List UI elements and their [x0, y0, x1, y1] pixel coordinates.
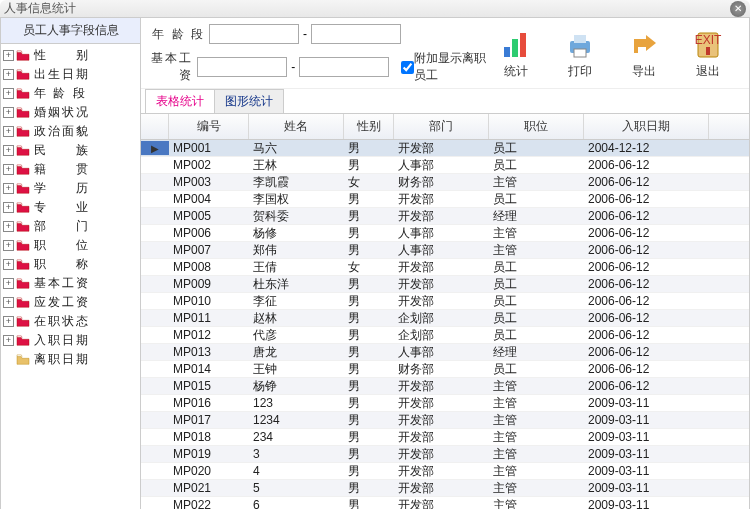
tree-item[interactable]: + 民 族 — [1, 141, 140, 160]
show-resigned-wrap[interactable]: 附加显示离职员工 — [401, 50, 487, 84]
tree-item[interactable]: + 籍 贯 — [1, 160, 140, 179]
column-header[interactable]: 部门 — [394, 114, 489, 139]
cell: 人事部 — [394, 225, 489, 242]
tree-toggle-icon[interactable]: + — [3, 202, 14, 213]
tree-item[interactable]: + 部 门 — [1, 217, 140, 236]
tree-item[interactable]: + 职 称 — [1, 255, 140, 274]
stat-button[interactable]: 统计 — [493, 29, 539, 80]
tree-toggle-icon[interactable]: + — [3, 69, 14, 80]
column-header[interactable]: 编号 — [169, 114, 249, 139]
cell: 员工 — [489, 310, 584, 327]
table-row[interactable]: MP004李国权男开发部员工2006-06-12 — [141, 191, 749, 208]
tree-toggle-icon[interactable]: + — [3, 335, 14, 346]
cell: 员工 — [489, 327, 584, 344]
tree-toggle-icon[interactable]: + — [3, 221, 14, 232]
tree-item[interactable]: + 入职日期 — [1, 331, 140, 350]
show-resigned-checkbox[interactable] — [401, 61, 414, 74]
column-header[interactable]: 性别 — [344, 114, 394, 139]
cell: 人事部 — [394, 344, 489, 361]
table-row[interactable]: MP0204男开发部主管2009-03-11 — [141, 463, 749, 480]
export-icon — [628, 29, 660, 61]
tree-toggle-icon[interactable]: + — [3, 164, 14, 175]
tree-item[interactable]: + 学 历 — [1, 179, 140, 198]
tree-item[interactable]: 离职日期 — [1, 350, 140, 369]
age-to-input[interactable] — [311, 24, 401, 44]
cell: 2006-06-12 — [584, 243, 709, 257]
tab-chart[interactable]: 图形统计 — [214, 89, 284, 113]
table-row[interactable]: MP016123男开发部主管2009-03-11 — [141, 395, 749, 412]
print-button[interactable]: 打印 — [557, 29, 603, 80]
table-row[interactable]: MP011赵林男企划部员工2006-06-12 — [141, 310, 749, 327]
table-row[interactable]: MP014王钟男财务部员工2006-06-12 — [141, 361, 749, 378]
table-row[interactable]: MP008王倩女开发部员工2006-06-12 — [141, 259, 749, 276]
cell: 234 — [249, 430, 344, 444]
table-body[interactable]: ▶MP001马六男开发部员工2004-12-12MP002王林男人事部员工200… — [141, 140, 749, 509]
cell: 男 — [344, 480, 394, 497]
tab-table[interactable]: 表格统计 — [145, 89, 215, 113]
tree-toggle-icon[interactable]: + — [3, 50, 14, 61]
tree-item[interactable]: + 年 龄 段 — [1, 84, 140, 103]
column-header[interactable]: 职位 — [489, 114, 584, 139]
tree-toggle-icon[interactable]: + — [3, 107, 14, 118]
age-from-input[interactable] — [209, 24, 299, 44]
tree-toggle-icon[interactable]: + — [3, 126, 14, 137]
tree-item[interactable]: + 出生日期 — [1, 65, 140, 84]
tree-item[interactable]: + 专 业 — [1, 198, 140, 217]
exit-button[interactable]: EXIT 退出 — [685, 29, 731, 80]
salary-to-input[interactable] — [299, 57, 389, 77]
cell: MP008 — [169, 260, 249, 274]
column-header[interactable] — [141, 114, 169, 139]
table-row[interactable]: MP003李凯霞女财务部主管2006-06-12 — [141, 174, 749, 191]
table-row[interactable]: MP006杨修男人事部主管2006-06-12 — [141, 225, 749, 242]
tree-item-label: 专 业 — [34, 199, 90, 216]
table-row[interactable]: MP005贺科委男开发部经理2006-06-12 — [141, 208, 749, 225]
export-button[interactable]: 导出 — [621, 29, 667, 80]
cell: 杨铮 — [249, 378, 344, 395]
table-row[interactable]: MP0171234男开发部主管2009-03-11 — [141, 412, 749, 429]
tree-toggle-icon[interactable]: + — [3, 183, 14, 194]
tree-toggle-icon[interactable]: + — [3, 145, 14, 156]
table-row[interactable]: MP010李征男开发部员工2006-06-12 — [141, 293, 749, 310]
cell: 开发部 — [394, 259, 489, 276]
tree-item[interactable]: + 职 位 — [1, 236, 140, 255]
table-row[interactable]: MP0215男开发部主管2009-03-11 — [141, 480, 749, 497]
table-row[interactable]: MP015杨铮男开发部主管2006-06-12 — [141, 378, 749, 395]
print-icon — [564, 29, 596, 61]
tree-toggle-icon[interactable]: + — [3, 88, 14, 99]
cell: MP019 — [169, 447, 249, 461]
cell: 员工 — [489, 157, 584, 174]
tree-item[interactable]: + 婚姻状况 — [1, 103, 140, 122]
table-row[interactable]: MP002王林男人事部员工2006-06-12 — [141, 157, 749, 174]
tree-item[interactable]: + 性 别 — [1, 46, 140, 65]
tree-toggle-icon[interactable]: + — [3, 316, 14, 327]
salary-from-input[interactable] — [197, 57, 287, 77]
table-row[interactable]: MP018234男开发部主管2009-03-11 — [141, 429, 749, 446]
table-row[interactable]: ▶MP001马六男开发部员工2004-12-12 — [141, 140, 749, 157]
tree-item[interactable]: + 基本工资 — [1, 274, 140, 293]
close-icon[interactable]: ✕ — [730, 1, 746, 17]
folder-icon — [16, 69, 30, 81]
folder-icon — [16, 126, 30, 138]
column-header[interactable]: 姓名 — [249, 114, 344, 139]
table-row[interactable]: MP012代彦男企划部员工2006-06-12 — [141, 327, 749, 344]
tree-toggle-icon[interactable]: + — [3, 259, 14, 270]
cell: 马六 — [249, 140, 344, 157]
cell: MP012 — [169, 328, 249, 342]
tree-item[interactable]: + 应发工资 — [1, 293, 140, 312]
table-row[interactable]: MP0193男开发部主管2009-03-11 — [141, 446, 749, 463]
tree-item[interactable]: + 政治面貌 — [1, 122, 140, 141]
tree-toggle-icon[interactable]: + — [3, 240, 14, 251]
tree-toggle-icon[interactable]: + — [3, 297, 14, 308]
table-row[interactable]: MP013唐龙男人事部经理2006-06-12 — [141, 344, 749, 361]
table-row[interactable]: MP0226男开发部主管2009-03-11 — [141, 497, 749, 509]
cell: 员工 — [489, 276, 584, 293]
tree-toggle-icon[interactable]: + — [3, 278, 14, 289]
cell: MP010 — [169, 294, 249, 308]
column-header[interactable]: 入职日期 — [584, 114, 709, 139]
tree-item[interactable]: + 在职状态 — [1, 312, 140, 331]
table-header: 编号姓名性别部门职位入职日期 — [141, 114, 749, 140]
table-row[interactable]: MP009杜东洋男开发部员工2006-06-12 — [141, 276, 749, 293]
cell: 1234 — [249, 413, 344, 427]
table-row[interactable]: MP007郑伟男人事部主管2006-06-12 — [141, 242, 749, 259]
tree-item-label: 入职日期 — [34, 332, 90, 349]
